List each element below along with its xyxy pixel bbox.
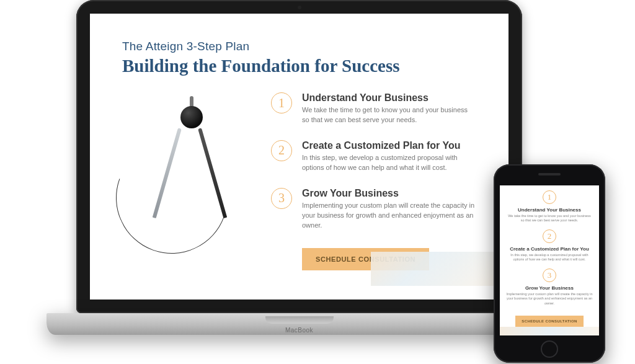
laptop-screen: The Atteign 3-Step Plan Building the Fou… <box>90 14 508 300</box>
compass-body-icon <box>161 99 229 229</box>
laptop-device: The Atteign 3-Step Plan Building the Fou… <box>47 0 552 335</box>
step-title: Create a Customized Plan for You <box>506 246 593 252</box>
step-item: 1 Understand Your Business We take the t… <box>271 92 476 125</box>
step-number-badge: 3 <box>543 269 556 282</box>
step-title: Understand Your Business <box>506 207 593 213</box>
laptop-base: MacBook <box>47 313 552 335</box>
step-item: 2 Create a Customized Plan for You In th… <box>271 140 476 173</box>
laptop-camera-icon <box>298 6 301 9</box>
laptop-lid: The Atteign 3-Step Plan Building the Fou… <box>76 0 522 313</box>
step-number-badge: 2 <box>271 140 292 161</box>
steps-list: 1 Understand Your Business We take the t… <box>271 92 476 270</box>
step-desc: We take the time to get to know you and … <box>506 214 593 223</box>
step-title: Understand Your Business <box>302 92 476 104</box>
step-desc: We take the time to get to know you and … <box>302 105 476 125</box>
step-desc: In this step, we develop a customized pr… <box>506 253 593 262</box>
compass-illustration <box>122 92 252 254</box>
step-item: 2 Create a Customized Plan for You In th… <box>506 229 593 262</box>
step-item: 3 Grow Your Business Implementing your c… <box>506 269 593 306</box>
phone-device: 1 Understand Your Business We take the t… <box>494 164 605 363</box>
step-number-badge: 1 <box>271 92 292 113</box>
step-item: 3 Grow Your Business Implementing your c… <box>271 188 476 231</box>
footer-background-image <box>500 327 599 335</box>
footer-background-image <box>371 252 495 286</box>
section-eyebrow: The Atteign 3-Step Plan <box>122 40 476 53</box>
laptop-brand-label: MacBook <box>47 327 552 334</box>
step-number-badge: 1 <box>543 190 556 204</box>
section-headline: Building the Foundation for Success <box>122 56 476 76</box>
step-desc: In this step, we develop a customized pr… <box>302 153 476 173</box>
step-item: 1 Understand Your Business We take the t… <box>506 190 593 223</box>
step-title: Grow Your Business <box>302 188 476 199</box>
step-desc: Implementing your custom plan will creat… <box>506 292 593 306</box>
schedule-consultation-button[interactable]: SCHEDULE CONSULTATION <box>515 316 583 327</box>
phone-home-button-icon[interactable] <box>541 340 558 358</box>
step-number-badge: 3 <box>271 188 292 209</box>
laptop-trackpad-notch <box>265 316 334 324</box>
step-number-badge: 2 <box>543 229 556 243</box>
step-desc: Implementing your custom plan will creat… <box>302 201 476 231</box>
step-title: Create a Customized Plan for You <box>302 140 476 151</box>
phone-screen: 1 Understand Your Business We take the t… <box>500 185 599 335</box>
step-title: Grow Your Business <box>506 285 593 291</box>
